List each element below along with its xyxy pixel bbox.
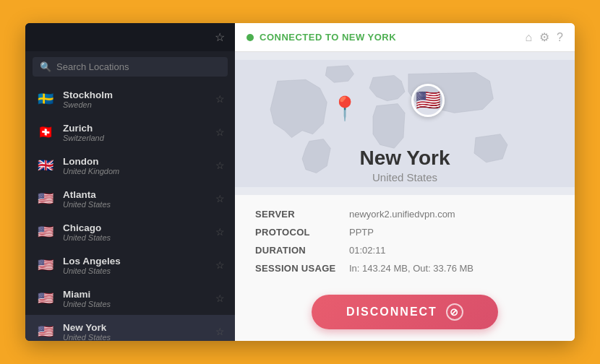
country-name: United States <box>372 171 437 183</box>
search-input[interactable] <box>56 61 220 72</box>
flag-icon: 🇸🇪 <box>35 89 56 109</box>
list-item[interactable]: 🇺🇸 Los Angeles United States ☆ <box>25 248 235 282</box>
loc-city: Stockholm <box>63 90 215 100</box>
sidebar-header: ☆ <box>25 23 235 51</box>
info-row-server: SERVER newyork2.unifiedvpn.com <box>255 205 554 223</box>
main-header: CONNECTED TO NEW YORK ⌂ ⚙ ? <box>235 23 575 52</box>
disconnect-label: DISCONNECT <box>346 306 437 318</box>
loc-city: Chicago <box>63 222 215 233</box>
main-panel: CONNECTED TO NEW YORK ⌂ ⚙ ? <box>235 23 575 341</box>
protocol-value: PPTP <box>349 227 374 238</box>
list-item[interactable]: 🇨🇭 Zurich Switzerland ☆ <box>25 116 235 149</box>
loc-info: Miami United States <box>63 289 215 308</box>
list-item[interactable]: 🇬🇧 London United Kingdom ☆ <box>25 149 235 182</box>
loc-info: Zurich Switzerland <box>63 123 215 142</box>
connected-dot <box>247 34 254 41</box>
favorite-star-icon[interactable]: ☆ <box>215 326 225 337</box>
home-icon[interactable]: ⌂ <box>525 31 532 44</box>
search-icon: 🔍 <box>40 61 51 72</box>
favorite-star-icon[interactable]: ☆ <box>215 93 225 105</box>
favorites-icon[interactable]: ☆ <box>215 30 225 44</box>
loc-city: London <box>63 156 215 167</box>
server-value: newyork2.unifiedvpn.com <box>349 209 455 220</box>
list-item[interactable]: 🇺🇸 Chicago United States ☆ <box>25 215 235 248</box>
gear-icon[interactable]: ⚙ <box>539 30 549 44</box>
duration-label: DURATION <box>255 245 349 256</box>
list-item[interactable]: 🇺🇸 New York United States ☆ <box>25 315 235 341</box>
favorite-star-icon[interactable]: ☆ <box>215 160 225 171</box>
favorite-star-icon[interactable]: ☆ <box>215 126 225 138</box>
info-row-protocol: PROTOCOL PPTP <box>255 223 554 241</box>
list-item[interactable]: 🇺🇸 Atlanta United States ☆ <box>25 182 235 215</box>
disconnect-area: DISCONNECT ⊘ <box>235 287 575 341</box>
info-row-session: SESSION USAGE In: 143.24 MB, Out: 33.76 … <box>255 259 554 277</box>
flag-icon: 🇺🇸 <box>35 188 56 209</box>
loc-info: Chicago United States <box>63 222 215 242</box>
loc-info: London United Kingdom <box>63 156 215 176</box>
circle-slash-icon: ⊘ <box>446 303 463 321</box>
loc-info: Los Angeles United States <box>63 256 215 275</box>
loc-country: United States <box>63 266 215 275</box>
favorite-star-icon[interactable]: ☆ <box>215 193 225 204</box>
favorite-star-icon[interactable]: ☆ <box>215 292 225 304</box>
flag-icon: 🇬🇧 <box>35 155 56 176</box>
loc-country: Sweden <box>63 100 215 109</box>
session-value: In: 143.24 MB, Out: 33.76 MB <box>349 263 473 274</box>
duration-value: 01:02:11 <box>349 245 386 256</box>
list-item[interactable]: 🇸🇪 Stockholm Sweden ☆ <box>25 82 235 116</box>
help-icon[interactable]: ? <box>557 31 563 44</box>
server-label: SERVER <box>255 209 349 220</box>
loc-city: Los Angeles <box>63 256 215 266</box>
loc-country: United States <box>63 300 215 308</box>
loc-country: Switzerland <box>63 134 215 142</box>
search-bar[interactable]: 🔍 <box>33 57 228 77</box>
app-window: ☆ 🔍 🇸🇪 Stockholm Sweden ☆ 🇨🇭 Zurich Swit… <box>25 23 575 341</box>
loc-country: United States <box>63 200 215 209</box>
flag-icon: 🇺🇸 <box>35 288 56 308</box>
session-label: SESSION USAGE <box>255 263 349 274</box>
sidebar: ☆ 🔍 🇸🇪 Stockholm Sweden ☆ 🇨🇭 Zurich Swit… <box>25 23 235 341</box>
flag-icon: 🇺🇸 <box>35 321 56 341</box>
loc-info: Atlanta United States <box>63 189 215 209</box>
connected-text: CONNECTED TO NEW YORK <box>260 32 525 43</box>
loc-city: Zurich <box>63 123 215 134</box>
loc-city: Atlanta <box>63 189 215 200</box>
loc-country: United Kingdom <box>63 167 215 176</box>
map-area: 📍 🇺🇸 New York United States <box>235 52 575 195</box>
favorite-star-icon[interactable]: ☆ <box>215 226 225 238</box>
loc-country: United States <box>63 333 215 342</box>
header-icons: ⌂ ⚙ ? <box>525 30 563 44</box>
loc-info: New York United States <box>63 322 215 342</box>
loc-country: United States <box>63 233 215 242</box>
flag-icon: 🇺🇸 <box>35 255 56 275</box>
protocol-label: PROTOCOL <box>255 227 349 238</box>
loc-city: New York <box>63 322 215 333</box>
disconnect-button[interactable]: DISCONNECT ⊘ <box>312 295 498 329</box>
loc-city: Miami <box>63 289 215 300</box>
favorite-star-icon[interactable]: ☆ <box>215 259 225 271</box>
loc-info: Stockholm Sweden <box>63 90 215 109</box>
city-name: New York <box>359 147 450 170</box>
map-overlay: New York United States <box>235 52 575 195</box>
flag-icon: 🇨🇭 <box>35 122 56 142</box>
list-item[interactable]: 🇺🇸 Miami United States ☆ <box>25 282 235 315</box>
flag-icon: 🇺🇸 <box>35 222 56 242</box>
info-row-duration: DURATION 01:02:11 <box>255 241 554 259</box>
location-list: 🇸🇪 Stockholm Sweden ☆ 🇨🇭 Zurich Switzerl… <box>25 82 235 341</box>
info-section: SERVER newyork2.unifiedvpn.com PROTOCOL … <box>235 195 575 287</box>
